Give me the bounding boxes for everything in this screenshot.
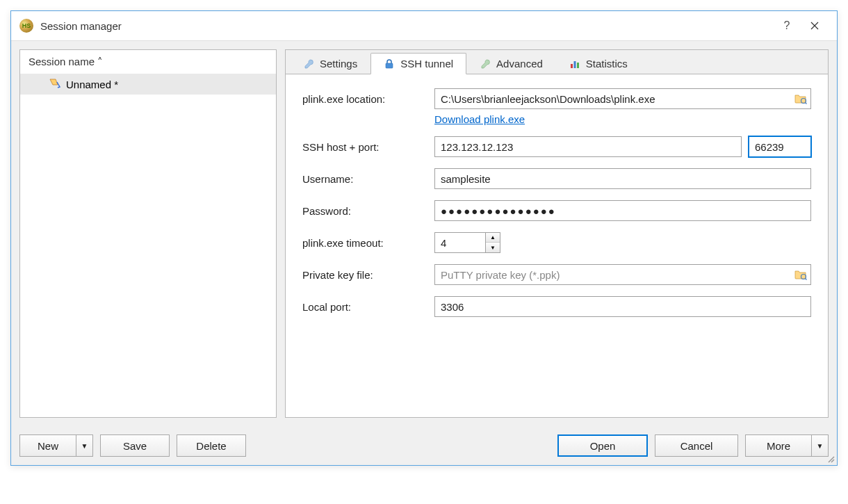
password-input[interactable]	[434, 200, 811, 221]
session-item-unnamed[interactable]: Unnamed *	[20, 74, 276, 95]
chevron-down-icon[interactable]: ▼	[76, 435, 92, 456]
tab-strip: Settings SSH tunnel	[286, 50, 828, 74]
tab-advanced[interactable]: Advanced	[466, 53, 556, 74]
timeout-label: plink.exe timeout:	[302, 237, 427, 249]
left-button-group: New ▼ Save Delete	[19, 434, 246, 457]
new-button[interactable]: New ▼	[19, 434, 93, 457]
password-label: Password:	[302, 205, 427, 217]
svg-rect-2	[573, 61, 576, 68]
svg-rect-0	[386, 63, 393, 68]
resize-grip-icon[interactable]	[824, 453, 835, 464]
window-title: Session manager	[40, 20, 773, 32]
session-item-label: Unnamed *	[66, 79, 118, 90]
tab-label: SSH tunnel	[400, 58, 453, 70]
wrench-icon	[303, 58, 314, 70]
wrench-gear-icon	[480, 58, 491, 70]
ssh-host-label: SSH host + port:	[302, 141, 427, 153]
tab-settings[interactable]: Settings	[290, 53, 370, 74]
browse-folder-icon[interactable]	[794, 93, 807, 104]
dialog-body: Session name ˄ Unnamed *	[11, 40, 837, 426]
timeout-spinner: ▲ ▼	[434, 232, 500, 253]
session-icon	[48, 78, 60, 90]
username-label: Username:	[302, 173, 427, 185]
delete-button[interactable]: Delete	[177, 434, 246, 457]
close-button[interactable]	[801, 15, 829, 37]
close-icon	[810, 22, 819, 30]
plink-location-label: plink.exe location:	[302, 93, 427, 105]
timeout-spinner-up[interactable]: ▲	[486, 233, 500, 243]
local-port-label: Local port:	[302, 301, 427, 313]
username-input[interactable]	[434, 168, 811, 189]
private-key-label: Private key file:	[302, 269, 427, 281]
titlebar: HS Session manager ?	[11, 11, 837, 40]
download-plink-link[interactable]: Download plink.exe	[434, 113, 525, 125]
more-button-label: More	[746, 435, 811, 456]
plink-location-input[interactable]	[434, 88, 811, 109]
ssh-port-input[interactable]	[749, 136, 811, 157]
timeout-spinner-down[interactable]: ▼	[486, 243, 500, 252]
svg-rect-1	[571, 64, 573, 68]
tab-content-ssh-tunnel: plink.exe location:	[286, 74, 828, 342]
app-icon: HS	[19, 19, 33, 33]
svg-rect-3	[577, 63, 579, 68]
local-port-input[interactable]	[434, 296, 811, 317]
session-list-header[interactable]: Session name ˄	[20, 50, 276, 74]
help-button[interactable]: ?	[773, 15, 801, 37]
tab-ssh-tunnel[interactable]: SSH tunnel	[370, 53, 466, 74]
tab-label: Settings	[320, 58, 357, 70]
tab-label: Advanced	[496, 58, 543, 70]
ssh-host-input[interactable]	[434, 136, 742, 157]
session-manager-window: HS Session manager ? Session name ˄ Unna…	[10, 10, 838, 466]
dialog-footer: New ▼ Save Delete Open Cancel More ▼	[11, 426, 837, 465]
cancel-button[interactable]: Cancel	[655, 434, 738, 457]
browse-folder-icon[interactable]	[794, 269, 807, 280]
new-button-label: New	[20, 435, 76, 456]
timeout-input[interactable]	[434, 232, 486, 253]
bar-chart-icon	[569, 58, 580, 70]
lock-icon	[384, 58, 395, 70]
tab-statistics[interactable]: Statistics	[556, 53, 641, 74]
session-list: Session name ˄ Unnamed *	[19, 49, 277, 418]
open-button[interactable]: Open	[557, 434, 648, 457]
private-key-input[interactable]	[434, 264, 811, 285]
tab-container: Settings SSH tunnel	[285, 49, 829, 418]
more-button[interactable]: More ▼	[745, 434, 829, 457]
save-button[interactable]: Save	[100, 434, 170, 457]
tab-label: Statistics	[586, 58, 628, 70]
right-panel: Settings SSH tunnel	[285, 49, 829, 418]
left-panel: Session name ˄ Unnamed *	[19, 49, 277, 418]
